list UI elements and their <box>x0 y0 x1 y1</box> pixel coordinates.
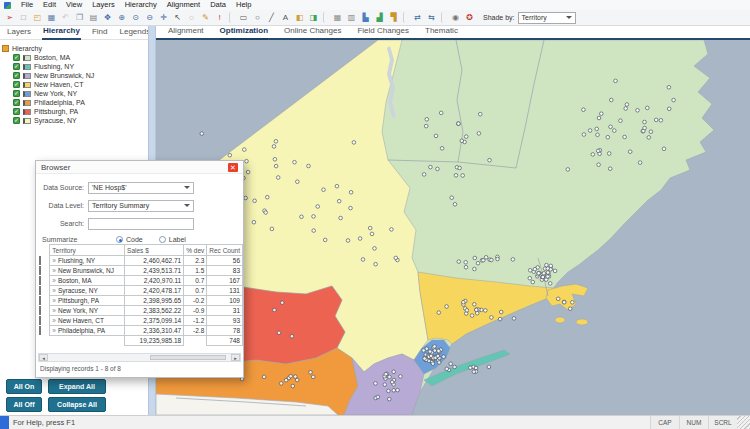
checkbox-checked-icon[interactable]: ✓ <box>13 108 20 115</box>
scrollbar-thumb[interactable] <box>150 355 226 360</box>
data-level-select[interactable]: Territory Summary <box>88 200 194 212</box>
all-on-button[interactable]: All On <box>6 379 42 394</box>
zoom-window-icon[interactable]: ⊙ <box>129 11 142 24</box>
menu-item[interactable]: View <box>66 0 82 10</box>
rectangle-tool-icon[interactable]: ▭ <box>237 11 250 24</box>
highlight-color-icon[interactable]: ◨ <box>307 11 320 24</box>
tree-item-row[interactable]: ✓ Syracuse, NY <box>2 116 146 125</box>
pushpin-icon[interactable]: ➢ <box>3 11 16 24</box>
pan-icon[interactable]: ✛ <box>157 11 170 24</box>
dialog-title-bar[interactable]: Browser ✕ <box>36 161 243 174</box>
checkbox-checked-icon[interactable]: ✓ <box>13 81 20 88</box>
copy-icon[interactable]: ❐ <box>73 11 86 24</box>
table-row[interactable]: »New Haven, CT 2,375,099.14 -1.2 93 <box>38 316 243 326</box>
chart-pie-icon[interactable]: ▜ <box>387 11 400 24</box>
expand-row-icon[interactable]: » <box>52 287 56 294</box>
tree-item-row[interactable]: ✓ Pittsburgh, PA <box>2 107 146 116</box>
map-tab[interactable]: Field Changes <box>357 26 409 38</box>
expand-row-icon[interactable]: » <box>52 307 56 314</box>
tree-root-row[interactable]: Hierarchy <box>2 44 146 53</box>
scroll-right-icon[interactable]: ▸ <box>231 354 240 361</box>
zoom-extent-icon[interactable]: ✥ <box>101 11 114 24</box>
sidebar-tab[interactable]: Hierarchy <box>42 26 81 40</box>
data-source-select[interactable]: 'NE Hosp$' <box>88 182 194 194</box>
menu-item[interactable]: Alignment <box>167 0 200 10</box>
tree-item-row[interactable]: ✓ Boston, MA <box>2 53 146 62</box>
table-row[interactable]: »New Brunswick, NJ 2,439,513.71 1.5 83 <box>38 266 243 276</box>
table-row[interactable]: »Philadelphia, PA 2,336,310.47 -2.8 78 <box>38 326 243 336</box>
col-rec-count[interactable]: Rec Count <box>207 245 243 256</box>
lasso-icon[interactable]: ◌ <box>185 11 198 24</box>
menu-item[interactable]: Hierarchy <box>125 0 157 10</box>
table-view-icon[interactable]: ▦ <box>331 11 344 24</box>
checkbox-checked-icon[interactable]: ✓ <box>13 117 20 124</box>
all-off-button[interactable]: All Off <box>6 397 42 412</box>
report-view-icon[interactable]: ▥ <box>345 11 358 24</box>
menu-item[interactable]: Layers <box>92 0 115 10</box>
chart-map-icon[interactable]: ▟ <box>373 11 386 24</box>
horizontal-scrollbar[interactable]: ◂ ▸ <box>38 353 241 362</box>
table-row[interactable]: »New York, NY 2,383,562.22 -0.9 31 <box>38 306 243 316</box>
ellipse-tool-icon[interactable]: ○ <box>251 11 264 24</box>
expand-row-icon[interactable]: » <box>52 277 56 284</box>
menu-item[interactable]: Help <box>236 0 251 10</box>
save-icon[interactable]: ▦ <box>45 11 58 24</box>
map-tab[interactable]: Optimization <box>220 26 268 40</box>
checkbox-checked-icon[interactable]: ✓ <box>13 63 20 70</box>
collapse-all-button[interactable]: Collapse All <box>48 397 106 412</box>
toolbar-separator[interactable] <box>403 12 408 23</box>
split-territory-icon[interactable]: ⇄ <box>411 11 424 24</box>
table-row[interactable]: »Flushing, NY 2,460,462.71 2.3 56 <box>38 256 243 266</box>
expand-row-icon[interactable]: » <box>52 327 56 334</box>
checkbox-checked-icon[interactable]: ✓ <box>13 99 20 106</box>
tree-item-row[interactable]: ✓ New Haven, CT <box>2 80 146 89</box>
tree-item-row[interactable]: ✓ Flushing, NY <box>2 62 146 71</box>
map-tab[interactable]: Alignment <box>168 26 204 38</box>
zoom-out-icon[interactable]: ⊖ <box>143 11 156 24</box>
map-tab[interactable]: Online Changes <box>284 26 341 38</box>
undo-icon[interactable]: ↶ <box>59 11 72 24</box>
menu-item[interactable]: File <box>21 0 33 10</box>
search-input[interactable] <box>88 218 194 230</box>
open-folder-icon[interactable]: ◰ <box>31 11 44 24</box>
checkbox-checked-icon[interactable]: ✓ <box>13 54 20 61</box>
line-tool-icon[interactable]: ╱ <box>265 11 278 24</box>
zoom-in-icon[interactable]: ⊕ <box>115 11 128 24</box>
summarize-code-radio[interactable]: Code <box>116 236 143 243</box>
edit-pencil-icon[interactable]: ✎ <box>199 11 212 24</box>
map-tab[interactable]: Thematic <box>425 26 458 38</box>
resize-grip[interactable] <box>737 416 750 429</box>
print-icon[interactable]: ▤ <box>87 11 100 24</box>
expand-row-icon[interactable]: » <box>52 297 56 304</box>
map-canvas[interactable] <box>156 40 750 415</box>
tree-item-row[interactable]: ✓ Philadelphia, PA <box>2 98 146 107</box>
menu-item[interactable]: Edit <box>43 0 56 10</box>
tree-item-row[interactable]: ✓ New Brunswick, NJ <box>2 71 146 80</box>
find-icon[interactable]: ◉ <box>449 11 462 24</box>
expand-row-icon[interactable]: » <box>52 257 56 264</box>
close-icon[interactable]: ✕ <box>228 163 238 172</box>
fill-color-icon[interactable]: ◧ <box>293 11 306 24</box>
expand-row-icon[interactable]: » <box>52 317 56 324</box>
col-dev[interactable]: % dev <box>184 245 207 256</box>
checkbox-checked-icon[interactable]: ✓ <box>13 90 20 97</box>
sidebar-tab[interactable]: Legends <box>119 27 152 39</box>
merge-territory-icon[interactable]: ⇆ <box>425 11 438 24</box>
col-sales[interactable]: Sales $ <box>125 245 184 256</box>
menu-item[interactable]: Data <box>210 0 226 10</box>
expand-row-icon[interactable]: » <box>52 267 56 274</box>
sidebar-tab[interactable]: Find <box>91 27 109 39</box>
select-pointer-icon[interactable]: ↖ <box>171 11 184 24</box>
toolbar-separator[interactable] <box>229 12 234 23</box>
tree-item-row[interactable]: ✓ New York, NY <box>2 89 146 98</box>
table-row[interactable]: »Syracuse, NY 2,420,478.17 0.7 131 <box>38 286 243 296</box>
summarize-label-radio[interactable]: Label <box>159 236 186 243</box>
scroll-left-icon[interactable]: ◂ <box>39 354 48 361</box>
sidebar-tab[interactable]: Layers <box>6 27 32 39</box>
chart-bar-icon[interactable]: ▙ <box>359 11 372 24</box>
checkbox-checked-icon[interactable]: ✓ <box>13 72 20 79</box>
expand-all-button[interactable]: Expand All <box>48 379 106 394</box>
toolbar-separator[interactable] <box>323 12 328 23</box>
table-row[interactable]: »Pittsburgh, PA 2,398,995.65 -0.2 109 <box>38 296 243 306</box>
refresh-icon[interactable]: ✪ <box>463 11 476 24</box>
